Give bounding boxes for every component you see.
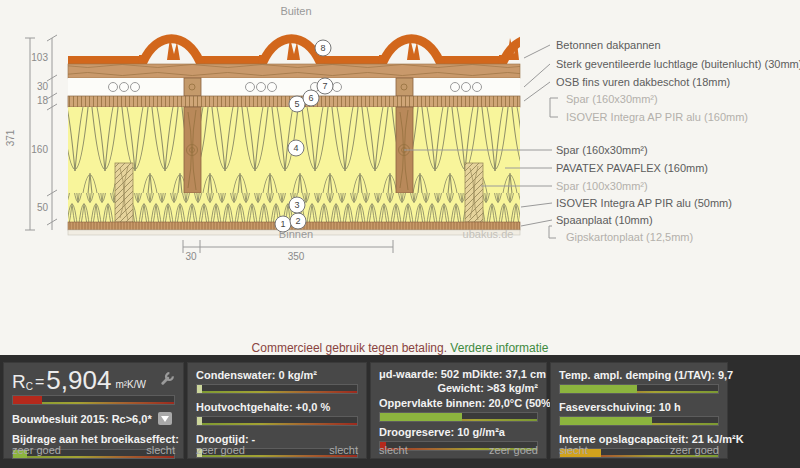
svg-text:103: 103 <box>31 52 48 63</box>
scale-labels: slecht zeer goed <box>379 444 538 456</box>
condenswater-label: Condenswater: 0 kg/m² <box>196 369 358 382</box>
svg-text:3: 3 <box>294 200 299 210</box>
oppervlakte-bar <box>379 412 538 422</box>
more-info-link[interactable]: Verdere informatie <box>450 341 548 355</box>
label-spar-160b: Spar (160x30mm²) <box>556 144 648 156</box>
dimension-lines-left <box>25 35 57 230</box>
svg-text:5: 5 <box>294 99 299 109</box>
tav-bar <box>559 384 719 394</box>
svg-text:160: 160 <box>31 144 48 155</box>
rc-unit: m²K/W <box>111 379 146 393</box>
mu-value: μd-waarde: 502 m <box>379 368 472 381</box>
rc-bar <box>12 395 175 405</box>
label-pavatex: PAVATEX PAVAFLEX (160mm) <box>556 162 708 174</box>
dim-bottom-30: 30 <box>185 251 197 262</box>
svg-text:1: 1 <box>280 219 285 229</box>
layer-tile-battens[interactable] <box>68 64 520 78</box>
svg-text:30: 30 <box>37 81 49 92</box>
svg-text:4: 4 <box>293 143 298 153</box>
label-gips: Gipskartonplaat (12,5mm) <box>566 231 693 243</box>
rc-value-row: RC = 5,904 m²K/W <box>12 367 175 393</box>
bouwbesluit-row: Bouwbesluit 2015: Rc>6,0* <box>12 412 175 425</box>
dimension-labels-left: 103 30 18 160 50 <box>31 52 48 213</box>
moisture-box: Condenswater: 0 kg/m² Houtvochtgehalte: … <box>187 362 367 459</box>
svg-text:2: 2 <box>295 216 300 226</box>
rc-value: 5,904 <box>46 367 111 393</box>
scale-labels: zeer goed slecht <box>12 444 175 456</box>
marker-3[interactable]: 3 <box>289 197 305 213</box>
physics-box: μd-waarde: 502 m Dikte: 37,1 cm Gewicht:… <box>370 362 547 459</box>
condenswater-bar <box>196 384 358 394</box>
marker-2[interactable]: 2 <box>290 213 306 229</box>
commercial-notice: Commercieel gebruik tegen betaling. Verd… <box>0 341 800 355</box>
scale-labels: slecht zeer goed <box>559 444 719 456</box>
layer-labels: Betonnen dakpannen Sterk geventileerde l… <box>556 39 800 243</box>
construction-cross-section: Buiten <box>0 0 800 300</box>
svg-text:18: 18 <box>37 95 49 106</box>
fase-bar <box>559 416 719 426</box>
dimension-total: 371 <box>5 129 16 146</box>
svg-text:50: 50 <box>37 202 49 213</box>
houtvocht-bar <box>196 416 358 426</box>
bouwbesluit-text: Bouwbesluit 2015: Rc>6,0* <box>12 413 152 425</box>
watermark: ubakus.de <box>463 228 514 240</box>
notice-text: Commercieel gebruik tegen betaling. <box>252 341 447 355</box>
label-luchtlage: Sterk geventileerde luchtlage (buitenluc… <box>556 58 800 70</box>
ubakus-roof-construction-app: Buiten <box>0 0 800 468</box>
fase-label: Faseverschuiving: 10 h <box>559 401 719 414</box>
dropdown-button[interactable] <box>158 412 172 425</box>
marker-8[interactable]: 8 <box>315 40 331 56</box>
scale-labels: zeer goed slecht <box>196 444 358 456</box>
label-spaanplaat: Spaanplaat (10mm) <box>556 214 653 226</box>
label-spar-100: Spar (100x30mm²) <box>556 180 648 192</box>
layer-ventilated-air[interactable] <box>68 78 520 96</box>
thermal-box: Temp. ampl. demping (1/TAV): 9,7 Fasever… <box>550 362 728 459</box>
label-isover-160: ISOVER Integra AP PIR alu (160mm) <box>566 111 748 123</box>
tav-label: Temp. ampl. demping (1/TAV): 9,7 <box>559 369 719 382</box>
gewicht-value: Gewicht: >83 kg/m² <box>379 382 538 395</box>
outside-label: Buiten <box>280 5 311 17</box>
chevron-down-icon <box>161 416 169 422</box>
svg-text:6: 6 <box>308 93 313 103</box>
svg-text:8: 8 <box>320 43 325 53</box>
rc-box: RC = 5,904 m²K/W Bouwbesluit 2015: Rc>6,… <box>3 362 184 459</box>
marker-7[interactable]: 7 <box>317 78 333 94</box>
rc-symbol: R <box>12 371 26 393</box>
wrench-icon[interactable] <box>157 371 175 389</box>
droogreserve-label: Droogreserve: 10 g//m²a <box>379 426 538 439</box>
oppervlakte-label: Oppervlakte binnen: 20,0°C (50%) <box>379 397 538 410</box>
marker-6[interactable]: 6 <box>303 90 319 106</box>
dikte-value: Dikte: 37,1 cm <box>472 368 546 381</box>
houtvocht-label: Houtvochtgehalte: +0,0 % <box>196 401 358 414</box>
results-panel: RC = 5,904 m²K/W Bouwbesluit 2015: Rc>6,… <box>0 355 800 468</box>
label-isover-50: ISOVER Integra AP PIR alu (50mm) <box>556 197 732 209</box>
label-osb: OSB fins vuren dakbeschot (18mm) <box>556 76 730 88</box>
label-spar-160a: Spar (160x30mm²) <box>566 93 658 105</box>
mu-dikte-row: μd-waarde: 502 m Dikte: 37,1 cm <box>379 368 538 381</box>
marker-4[interactable]: 4 <box>288 140 304 156</box>
svg-text:7: 7 <box>322 81 327 91</box>
marker-1[interactable]: 1 <box>275 216 291 232</box>
label-dakpannen: Betonnen dakpannen <box>556 39 661 51</box>
dim-bottom-350: 350 <box>288 251 305 262</box>
